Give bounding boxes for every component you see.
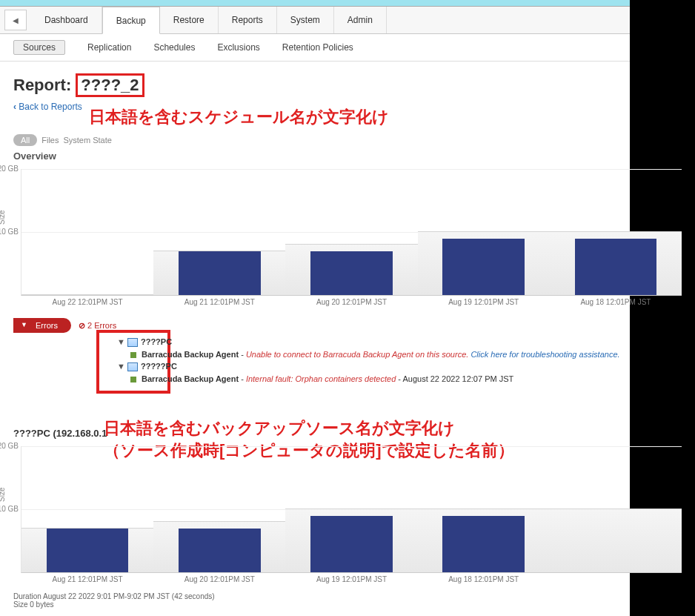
page-title: Report: ????_2: [13, 73, 682, 97]
y-tick: 20 GB: [0, 442, 19, 450]
errors-block: ????PC Barracuda Backup Agent - Unable t…: [117, 337, 682, 383]
chart-bar: [310, 516, 392, 573]
x-tick: Aug 20 12:01PM JST: [316, 298, 387, 306]
chart-bar: [575, 239, 656, 296]
x-tick: Aug 21 12:01PM JST: [53, 575, 123, 583]
y-tick: 10 GB: [0, 228, 19, 236]
filter-bar: All Files System State: [13, 134, 682, 146]
annotation-schedule-garbled: 日本語を含むスケジュール名が文字化け: [89, 106, 389, 128]
y-axis-label: Size: [0, 488, 6, 502]
status-square-icon: [130, 377, 136, 382]
tab-admin[interactable]: Admin: [334, 7, 387, 33]
error-agent-row-1: Barracuda Backup Agent - Unable to conne…: [130, 350, 682, 359]
report-name-garbled: ????_2: [76, 73, 144, 97]
annotation-source-garbled: 日本語を含むバックアップソース名が文字化け: [104, 417, 455, 440]
filter-all[interactable]: All: [13, 134, 37, 146]
report-prefix: Report:: [13, 76, 71, 94]
y-tick: 10 GB: [0, 505, 19, 513]
size-text: Size 0 bytes: [13, 600, 215, 609]
tab-restore[interactable]: Restore: [160, 7, 219, 33]
y-tick: 20 GB: [0, 165, 19, 173]
y-axis-label: Size: [0, 211, 6, 225]
x-tick: Aug 22 12:01PM JST: [53, 298, 123, 306]
chart-bar: [442, 239, 524, 296]
subtab-schedules[interactable]: Schedules: [153, 42, 195, 53]
chart-bar: [310, 251, 392, 296]
subtab-sources[interactable]: Sources: [13, 40, 65, 55]
tab-dashboard[interactable]: Dashboard: [31, 7, 102, 33]
error-source-1[interactable]: ????PC: [117, 337, 682, 347]
tab-system[interactable]: System: [277, 7, 334, 33]
duration-text: Duration August 22 2022 9:01 PM-9:02 PM …: [13, 592, 215, 600]
x-tick: Aug 19 12:01PM JST: [448, 298, 519, 306]
errors-tab[interactable]: Errors: [13, 318, 71, 333]
x-tick: Aug 19 12:01PM JST: [316, 575, 387, 583]
report-footer: Duration August 22 2022 9:01 PM-9:02 PM …: [13, 592, 215, 609]
errors-count: 2 Errors: [79, 321, 116, 331]
chart-bar: [47, 529, 128, 573]
subtab-replication[interactable]: Replication: [87, 42, 131, 53]
computer-icon: [127, 338, 138, 347]
x-tick: Aug 18 12:01PM JST: [580, 298, 651, 306]
overview-chart: Size 20 GB10 GBAug 22 12:01PM JSTAug 21 …: [21, 169, 682, 296]
source-chart: Size 20 GB10 GBAug 21 12:01PM JSTAug 20 …: [21, 446, 682, 573]
computer-icon: [127, 362, 138, 371]
chart-bar: [179, 251, 260, 296]
chart-bar: [179, 529, 260, 573]
main-tab-bar: ◀ Dashboard Backup Restore Reports Syste…: [0, 7, 695, 34]
collapse-icon[interactable]: ◀: [4, 10, 27, 30]
filter-files[interactable]: Files: [41, 136, 59, 145]
x-tick: Aug 21 12:01PM JST: [184, 298, 255, 306]
tab-backup[interactable]: Backup: [102, 7, 160, 34]
tab-reports[interactable]: Reports: [219, 7, 277, 33]
troubleshoot-link[interactable]: Click here for troubleshooting assistanc…: [470, 350, 619, 359]
x-tick: Aug 20 12:01PM JST: [184, 575, 255, 583]
chart-bar: [442, 516, 524, 573]
overview-heading: Overview: [13, 150, 682, 162]
sub-tab-bar: Sources Replication Schedules Exclusions…: [0, 34, 695, 62]
subtab-retention[interactable]: Retention Policies: [282, 42, 353, 53]
x-tick: Aug 18 12:01PM JST: [448, 575, 519, 583]
subtab-exclusions[interactable]: Exclusions: [217, 42, 259, 53]
filter-system-state[interactable]: System State: [63, 136, 111, 145]
error-source-2[interactable]: ?????PC: [117, 362, 682, 371]
status-square-icon: [130, 352, 136, 358]
error-agent-row-2: Barracuda Backup Agent - Internal fault:…: [130, 374, 682, 383]
